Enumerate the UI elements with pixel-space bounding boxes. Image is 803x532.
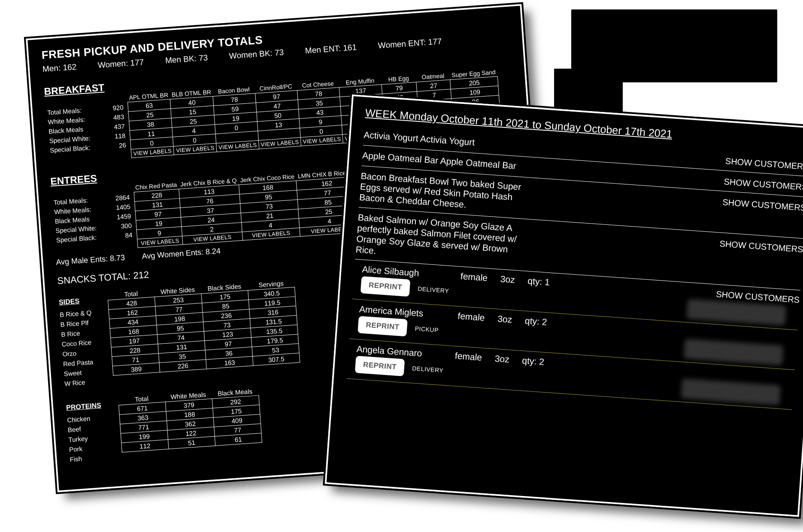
count-men-bk: Men BK: 73 bbox=[165, 53, 208, 66]
row-name: W Rice bbox=[64, 377, 97, 389]
count-men-ent: Men ENT: 161 bbox=[305, 42, 357, 55]
menu-item-desc: Bacon Breakfast Bowl Two baked Super Egg… bbox=[359, 170, 524, 214]
customer-size: 3oz bbox=[500, 274, 515, 285]
proteins-title: PROTEINS bbox=[66, 402, 102, 412]
show-customers-button[interactable]: SHOW CUSTOMERS bbox=[719, 237, 803, 254]
week-panel: WEEK Monday October 11th 2021 to Sunday … bbox=[325, 94, 803, 517]
count-women-ent: Women ENT: 177 bbox=[378, 36, 442, 50]
fulfillment-type: PICKUP bbox=[413, 325, 439, 334]
customer-gender: female bbox=[460, 271, 488, 283]
avg-male: Avg Male Ents: 8.73 bbox=[56, 253, 125, 267]
menu-item-desc: Activia Yogurt Activia Yogurt bbox=[364, 129, 475, 148]
section-breakfast: BREAKFAST bbox=[44, 82, 105, 98]
count-men: Men: 162 bbox=[42, 62, 77, 74]
customer-size: 3oz bbox=[497, 314, 512, 325]
fulfillment-type: DELIVERY bbox=[410, 365, 443, 374]
decorative-block bbox=[554, 69, 623, 116]
reprint-button[interactable]: REPRINT bbox=[361, 276, 411, 297]
customer-size: 3oz bbox=[494, 354, 509, 365]
count-women-bk: Women BK: 73 bbox=[229, 48, 284, 61]
menu-item-desc: Baked Salmon w/ Orange Soy Glaze A perfe… bbox=[355, 212, 521, 266]
customer-qty: qty: 2 bbox=[522, 356, 545, 368]
reprint-button[interactable]: REPRINT bbox=[358, 316, 408, 337]
show-customers-button[interactable]: SHOW CUSTOMERS bbox=[724, 175, 803, 193]
sides-table: TotalWhite SidesBlack SidesServings42825… bbox=[107, 278, 300, 376]
show-customers-button[interactable]: SHOW CUSTOMERS bbox=[722, 196, 803, 213]
count-women: Women: 177 bbox=[97, 57, 144, 70]
reprint-button[interactable]: REPRINT bbox=[355, 356, 405, 376]
row-name: Fish bbox=[70, 452, 105, 465]
customer-gender: female bbox=[458, 311, 485, 323]
proteins-table: TotalWhite MealsBlack Meals6713792923631… bbox=[118, 386, 262, 453]
fulfillment-type: DELIVERY bbox=[415, 285, 449, 294]
show-customers-button[interactable]: SHOW CUSTOMERS bbox=[725, 154, 803, 172]
customer-qty: qty: 2 bbox=[524, 316, 547, 328]
sides-title: SIDES bbox=[58, 297, 79, 306]
avg-female: Avg Women Ents: 8.24 bbox=[142, 247, 221, 261]
customer-qty: qty: 1 bbox=[527, 276, 550, 288]
section-entrees: ENTREES bbox=[50, 172, 97, 187]
customer-gender: female bbox=[455, 351, 482, 363]
